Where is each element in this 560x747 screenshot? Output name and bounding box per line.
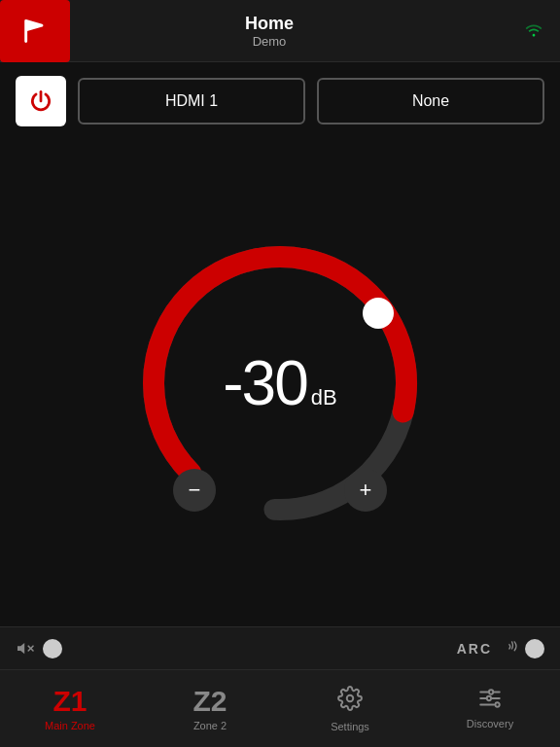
arc-section: ARC: [457, 639, 544, 658]
app-header: Home Demo: [0, 0, 560, 62]
flag-icon[interactable]: [0, 0, 70, 62]
tab-z1-icon: Z1: [52, 687, 87, 716]
volume-minus-button[interactable]: −: [173, 469, 216, 512]
volume-area: -30 dB − +: [0, 140, 560, 626]
wifi-icon: [523, 19, 544, 42]
settings-icon: [337, 686, 363, 717]
source1-button[interactable]: HDMI 1: [78, 78, 305, 124]
svg-point-6: [347, 694, 354, 701]
arc-wave-icon: [500, 641, 517, 657]
volume-value: -30: [223, 347, 307, 419]
tab-bar: Z1 Main Zone Z2 Zone 2 Settings: [0, 669, 560, 747]
tab-z2-label: Zone 2: [193, 720, 227, 731]
status-bar: ARC: [0, 626, 560, 669]
volume-plus-button[interactable]: +: [344, 469, 387, 512]
header-center: Home Demo: [16, 14, 523, 49]
volume-unit: dB: [311, 385, 337, 410]
mute-icon[interactable]: [16, 639, 35, 658]
svg-point-8: [489, 690, 493, 694]
tab-z2-icon: Z2: [192, 687, 227, 716]
tab-settings-label: Settings: [331, 721, 369, 732]
tab-discovery-label: Discovery: [467, 718, 513, 729]
discovery-icon: [477, 688, 503, 714]
header-subtitle: Demo: [16, 34, 523, 49]
header-title: Home: [16, 14, 523, 34]
arc-toggle[interactable]: [525, 639, 544, 658]
mute-toggle[interactable]: [43, 639, 62, 658]
svg-point-14: [495, 702, 499, 706]
volume-display: -30 dB: [223, 347, 336, 419]
tab-z2[interactable]: Z2 Zone 2: [140, 670, 280, 747]
arc-label: ARC: [457, 641, 492, 657]
main-content: HDMI 1 None -30 dB: [0, 62, 560, 669]
tab-z1[interactable]: Z1 Main Zone: [0, 670, 140, 747]
power-button[interactable]: [16, 76, 66, 126]
svg-point-3: [363, 298, 394, 329]
svg-point-11: [487, 696, 491, 700]
volume-knob[interactable]: -30 dB − +: [124, 228, 436, 539]
tab-z1-label: Main Zone: [45, 720, 95, 731]
controls-row: HDMI 1 None: [0, 62, 560, 140]
tab-settings[interactable]: Settings: [280, 670, 420, 747]
tab-discovery[interactable]: Discovery: [420, 670, 560, 747]
source2-button[interactable]: None: [317, 78, 544, 124]
mute-section: [16, 639, 62, 658]
